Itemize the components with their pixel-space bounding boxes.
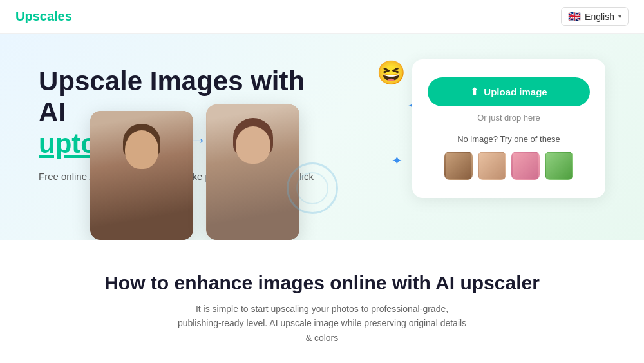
before-image [90,111,193,240]
flag-icon: 🇬🇧 [568,10,581,23]
navbar: Upscales 🇬🇧 English ▾ [0,0,644,34]
drop-text: Or just drop here [428,113,590,123]
sample-label: No image? Try one of these [428,134,590,144]
upload-card: ⬆ Upload image Or just drop here No imag… [412,59,605,198]
hero-images: → [90,104,299,240]
how-section: How to enhance images online with AI ups… [0,240,644,363]
how-subtitle: It is simple to start upscaling your pho… [174,302,470,345]
sample-image-1[interactable] [444,152,473,180]
sample-image-2[interactable] [478,152,506,180]
upload-image-button[interactable]: ⬆ Upload image [428,77,590,106]
sparkle-icon-2: ✦ [392,153,402,168]
sample-image-4[interactable] [545,152,573,180]
sample-image-3[interactable] [511,152,540,180]
chevron-down-icon: ▾ [618,13,621,20]
logo: Upscales [15,9,72,24]
arrow-right-icon: → [190,130,207,150]
emoji-decoration: 😆 [377,59,406,86]
hero-section: Upscale Images with AI upto 4K Free onli… [0,34,644,240]
language-selector[interactable]: 🇬🇧 English ▾ [561,7,629,26]
how-title: How to enhance images online with AI ups… [39,272,605,294]
sample-images-row [428,152,590,180]
circle-decoration-2 [296,172,328,204]
upload-icon: ⬆ [470,86,478,98]
lang-label: English [585,12,614,22]
after-image [206,104,299,240]
